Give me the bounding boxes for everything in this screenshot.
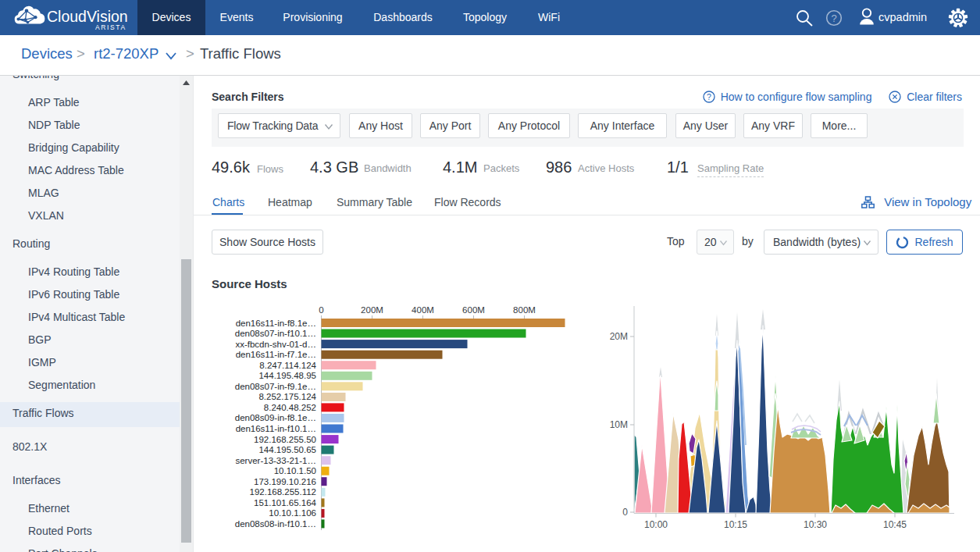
svg-text:xx-fbcdn-shv-01-d…: xx-fbcdn-shv-01-d… <box>235 340 316 349</box>
svg-text:10:15: 10:15 <box>724 519 747 530</box>
svg-text:?: ? <box>707 92 711 101</box>
svg-text:20M: 20M <box>610 331 628 342</box>
svg-text:8.252.175.124: 8.252.175.124 <box>258 392 316 401</box>
svg-text:8.247.114.124: 8.247.114.124 <box>259 361 316 370</box>
svg-text:den16s11-in-f8.1e…: den16s11-in-f8.1e… <box>236 319 316 328</box>
svg-text:?: ? <box>831 12 836 24</box>
svg-text:144.195.48.95: 144.195.48.95 <box>258 371 316 380</box>
svg-text:0: 0 <box>319 305 323 315</box>
svg-text:10.10.1.106: 10.10.1.106 <box>269 508 316 518</box>
svg-text:10:30: 10:30 <box>804 519 827 530</box>
svg-text:0: 0 <box>622 507 628 518</box>
svg-text:200M: 200M <box>361 305 383 315</box>
svg-text:10:00: 10:00 <box>644 519 668 530</box>
svg-text:den08s09-in-f8.1e…: den08s09-in-f8.1e… <box>235 413 316 422</box>
svg-text:192.168.255.112: 192.168.255.112 <box>250 487 316 497</box>
svg-text:173.199.10.216: 173.199.10.216 <box>254 477 316 486</box>
svg-text:den08s07-in-f9.1e…: den08s07-in-f9.1e… <box>235 382 316 391</box>
svg-text:192.168.255.50: 192.168.255.50 <box>254 435 316 444</box>
svg-text:10.10.1.50: 10.10.1.50 <box>274 466 316 475</box>
svg-text:800M: 800M <box>513 305 536 315</box>
svg-text:8.240.48.252: 8.240.48.252 <box>264 403 316 412</box>
svg-text:10:45: 10:45 <box>883 519 907 530</box>
svg-text:10M: 10M <box>610 419 628 430</box>
svg-text:den08s07-in-f10.1…: den08s07-in-f10.1… <box>235 329 316 338</box>
svg-text:server-13-33-21-1…: server-13-33-21-1… <box>235 456 316 465</box>
svg-text:den16s11-in-f7.1e…: den16s11-in-f7.1e… <box>236 350 316 359</box>
svg-text:400M: 400M <box>412 305 434 315</box>
svg-text:151.101.65.164: 151.101.65.164 <box>254 498 317 507</box>
svg-text:den16s11-in-f10.1…: den16s11-in-f10.1… <box>236 424 316 433</box>
svg-text:600M: 600M <box>462 305 485 315</box>
svg-text:den08s08-in-f10.1…: den08s08-in-f10.1… <box>235 519 316 529</box>
svg-text:144.195.50.65: 144.195.50.65 <box>258 445 316 454</box>
